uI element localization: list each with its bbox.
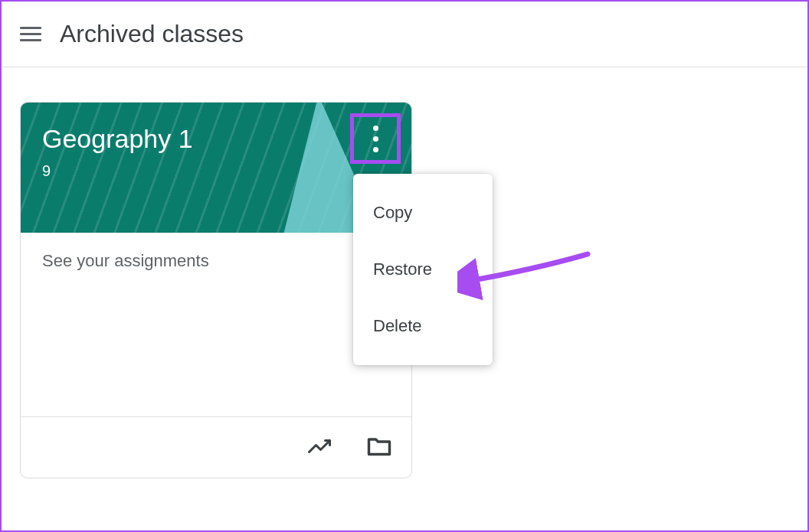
hamburger-menu-icon[interactable] (20, 27, 41, 41)
card-footer (21, 416, 411, 478)
context-menu: Copy Restore Delete (353, 174, 493, 365)
trending-icon[interactable] (306, 432, 333, 463)
assignments-link[interactable]: See your assignments (42, 251, 209, 270)
page-title: Archived classes (60, 20, 244, 48)
menu-item-copy[interactable]: Copy (353, 184, 493, 241)
vertical-dots-icon (373, 126, 378, 152)
class-section: 9 (42, 162, 51, 180)
menu-item-delete[interactable]: Delete (353, 298, 493, 354)
more-options-button[interactable] (350, 113, 401, 164)
menu-item-restore[interactable]: Restore (353, 241, 493, 298)
folder-icon[interactable] (365, 432, 393, 463)
class-name[interactable]: Geography 1 (42, 124, 193, 154)
app-header: Archived classes (2, 2, 807, 67)
